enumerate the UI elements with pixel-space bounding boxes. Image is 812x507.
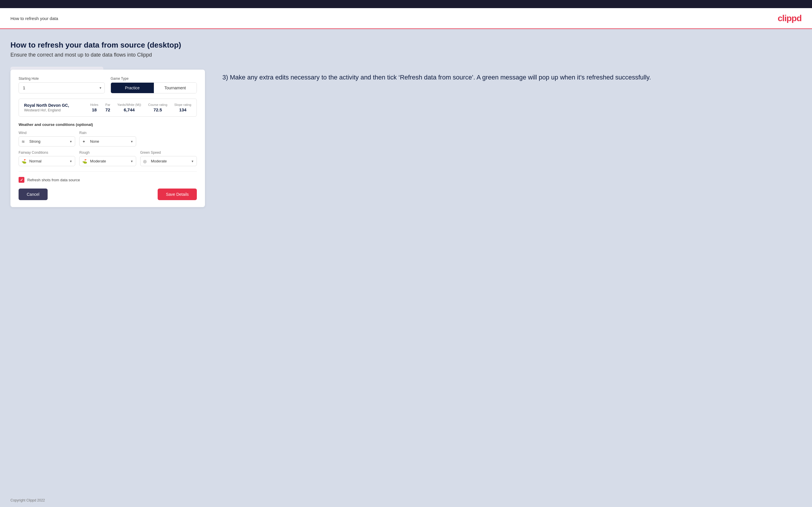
- save-button[interactable]: Save Details: [158, 188, 197, 200]
- wind-group: Wind ≋ Strong None Light Moderate ▾: [18, 131, 75, 147]
- refresh-checkbox-row: ✓ Refresh shots from data source: [18, 177, 197, 183]
- green-speed-select-wrapper: ◎ Moderate Slow Medium Fast ▾: [140, 156, 197, 166]
- starting-hole-group: Starting Hole 1 10 ▾: [18, 76, 105, 94]
- rain-select[interactable]: None Light Moderate Heavy: [79, 136, 136, 147]
- form-actions: Cancel Save Details: [18, 188, 197, 200]
- page-subheading: Ensure the correct and most up to date d…: [10, 52, 802, 58]
- side-description-text: 3) Make any extra edits necessary to the…: [222, 72, 802, 82]
- fairway-select-wrapper: ⛳ Normal Dry Soft Wet ▾: [18, 156, 75, 166]
- wind-rain-row: Wind ≋ Strong None Light Moderate ▾: [18, 131, 197, 147]
- course-rating-label: Course rating: [148, 103, 167, 106]
- wind-select-wrapper: ≋ Strong None Light Moderate ▾: [18, 136, 75, 147]
- holes-value: 18: [90, 107, 98, 112]
- slope-label: Slope rating: [174, 103, 191, 106]
- practice-button[interactable]: Practice: [111, 83, 154, 93]
- rain-group: Rain ✦ None Light Moderate Heavy ▾: [79, 131, 136, 147]
- fairway-select[interactable]: Normal Dry Soft Wet: [18, 156, 75, 166]
- course-yards: Yards/White (M)) 6,744: [117, 103, 141, 112]
- game-type-toggle: Practice Tournament: [111, 82, 197, 94]
- form-container: Starting Hole 1 10 ▾ Game Type Pract: [10, 67, 205, 207]
- course-rating: Course rating 72.5: [148, 103, 167, 112]
- top-form-row: Starting Hole 1 10 ▾ Game Type Pract: [18, 76, 197, 94]
- rough-group: Rough ⛳ Moderate None Light Heavy ▾: [79, 151, 136, 166]
- rough-select-wrapper: ⛳ Moderate None Light Heavy ▾: [79, 156, 136, 166]
- header: How to refresh your data clippd: [0, 8, 812, 29]
- green-speed-select[interactable]: Moderate Slow Medium Fast: [140, 156, 197, 166]
- cancel-button[interactable]: Cancel: [18, 188, 48, 200]
- logo: clippd: [778, 13, 802, 23]
- main-content: How to refresh your data from source (de…: [0, 29, 812, 494]
- course-name: Royal North Devon GC,: [24, 103, 83, 108]
- slope-value: 134: [174, 107, 191, 112]
- rough-label: Rough: [79, 151, 136, 155]
- par-value: 72: [105, 107, 110, 112]
- course-name-col: Royal North Devon GC, Westward Ho!, Engl…: [24, 103, 83, 112]
- copyright: Copyright Clippd 2022: [10, 498, 45, 502]
- form-card: Starting Hole 1 10 ▾ Game Type Pract: [10, 70, 205, 207]
- course-info-box: Royal North Devon GC, Westward Ho!, Engl…: [18, 99, 197, 117]
- fairway-rough-green-row: Fairway Conditions ⛳ Normal Dry Soft Wet…: [18, 151, 197, 166]
- fairway-group: Fairway Conditions ⛳ Normal Dry Soft Wet…: [18, 151, 75, 166]
- game-type-label: Game Type: [111, 76, 197, 80]
- green-speed-label: Green Speed: [140, 151, 197, 155]
- refresh-label: Refresh shots from data source: [27, 178, 80, 182]
- checkmark-icon: ✓: [20, 178, 23, 182]
- course-location: Westward Ho!, England: [24, 108, 83, 112]
- top-bar: [0, 0, 812, 8]
- page-heading: How to refresh your data from source (de…: [10, 41, 802, 50]
- tournament-button[interactable]: Tournament: [154, 83, 197, 93]
- rough-select[interactable]: Moderate None Light Heavy: [79, 156, 136, 166]
- yards-value: 6,744: [117, 107, 141, 112]
- course-par: Par 72: [105, 103, 110, 112]
- course-holes: Holes 18: [90, 103, 98, 112]
- yards-label: Yards/White (M)): [117, 103, 141, 106]
- fairway-label: Fairway Conditions: [18, 151, 75, 155]
- slope-rating: Slope rating 134: [174, 103, 191, 112]
- starting-hole-select[interactable]: 1 10: [18, 82, 105, 94]
- holes-label: Holes: [90, 103, 98, 106]
- conditions-title: Weather and course conditions (optional): [18, 122, 197, 127]
- rain-label: Rain: [79, 131, 136, 135]
- course-rating-value: 72.5: [148, 107, 167, 112]
- content-row: Starting Hole 1 10 ▾ Game Type Pract: [10, 67, 802, 207]
- game-type-group: Game Type Practice Tournament: [111, 76, 197, 94]
- starting-hole-label: Starting Hole: [18, 76, 105, 80]
- divider: [18, 171, 197, 172]
- side-description: 3) Make any extra edits necessary to the…: [222, 67, 802, 82]
- header-title: How to refresh your data: [10, 16, 58, 21]
- wind-label: Wind: [18, 131, 75, 135]
- par-label: Par: [105, 103, 110, 106]
- rain-select-wrapper: ✦ None Light Moderate Heavy ▾: [79, 136, 136, 147]
- refresh-checkbox[interactable]: ✓: [18, 177, 24, 183]
- starting-hole-select-wrapper: 1 10 ▾: [18, 82, 105, 94]
- footer: Copyright Clippd 2022: [0, 494, 812, 507]
- wind-select[interactable]: Strong None Light Moderate: [18, 136, 75, 147]
- green-speed-group: Green Speed ◎ Moderate Slow Medium Fast …: [140, 151, 197, 166]
